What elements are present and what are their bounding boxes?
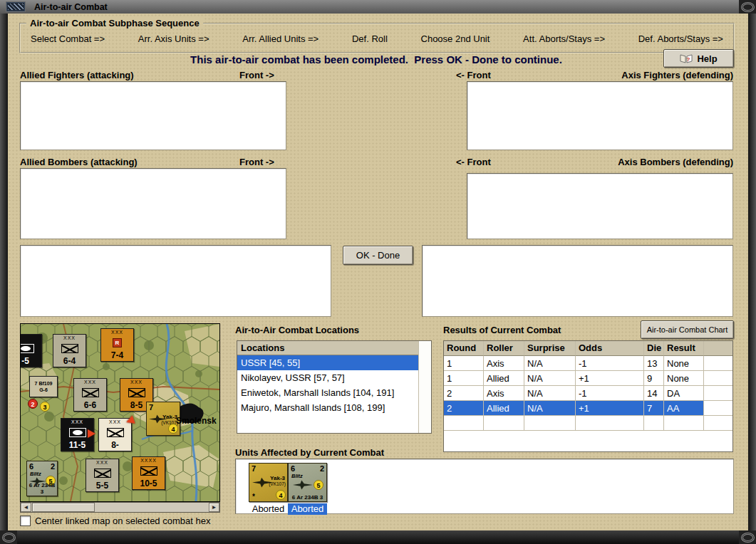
step-arr-axis-units: Arr. Axis Units => — [138, 33, 209, 44]
results-row-empty — [444, 416, 732, 431]
locations-title: Air-to-Air Combat Locations — [235, 325, 359, 335]
location-item[interactable]: USSR [45, 55] — [237, 355, 418, 370]
axis-bomber-front-label: <- Front — [456, 157, 491, 167]
allied-bomber-front-label: Front -> — [239, 157, 274, 167]
results-title: Results of Current Combat — [443, 325, 561, 335]
combat-value: 6-4 — [63, 357, 76, 365]
selection-arrow-icon — [88, 429, 95, 438]
infantry-symbol — [140, 466, 157, 476]
air-rating-badge: 3 — [40, 402, 50, 412]
axis-fighters-list[interactable] — [467, 81, 733, 150]
axis-bombers-list[interactable] — [467, 173, 733, 239]
map-counter-6-6[interactable]: XXX 6-6 — [73, 378, 107, 412]
app-icon — [6, 1, 26, 12]
air-rating-badge: 5 — [314, 480, 323, 490]
window-ornament-bottom-right — [739, 530, 756, 544]
ok-done-button[interactable]: OK - Done — [343, 246, 413, 265]
locations-scrollbar[interactable] — [418, 341, 431, 433]
unit-counter-yak3[interactable]: 7 Yak-3 (VK107) * 4 — [249, 463, 288, 502]
map-counter-bf109[interactable]: 7 Bf109 G-6 — [29, 376, 58, 397]
unit-size-label: XXX — [96, 461, 108, 465]
step-choose-2nd-unit: Choose 2nd Unit — [421, 33, 490, 44]
allied-bombers-list[interactable] — [20, 168, 286, 239]
map-counter-7-4[interactable]: XXX R 7-4 — [100, 328, 134, 362]
locations-list[interactable]: Locations USSR [45, 55] Nikolayev, USSR … — [237, 340, 432, 434]
col-die: Die — [644, 341, 664, 356]
col-roller: Roller — [484, 341, 524, 356]
unit-size-label: XXX — [63, 336, 76, 340]
combat-chart-button[interactable]: Air-to-air Combat Chart — [641, 320, 734, 339]
combat-value: 7-4 — [111, 351, 123, 360]
map-counter-black-army[interactable]: -5 — [20, 334, 42, 367]
help-button[interactable]: ? Help — [663, 49, 734, 68]
status-message: This air-to-air combat has been complete… — [8, 53, 745, 66]
title-bar[interactable]: Air-to-air Combat — [0, 0, 739, 14]
dialog-content: Air-to-air Combat Subphase Sequence Sele… — [8, 14, 748, 530]
step-arr-allied-units: Arr. Allied Units => — [242, 33, 319, 44]
window-frame-left — [0, 14, 8, 530]
mini-map[interactable]: -5 XXX 6-4 XXX R 7-4 7 Bf109 G-6 2 3 XXX… — [20, 323, 220, 502]
location-item[interactable]: Nikolayev, USSR [57, 57] — [237, 370, 418, 385]
air-unit-line2: G-6 — [39, 387, 48, 392]
combat-value: 10-5 — [140, 479, 157, 488]
unit-counter-ar234[interactable]: 6 2 Blitz 5 6 Ar 234B 3 — [288, 463, 327, 502]
unit-size-label: XXX — [84, 380, 96, 385]
window-frame-right — [748, 14, 756, 530]
results-row-selected[interactable]: 2 Allied N/A +1 7 AA — [444, 401, 732, 416]
center-map-checkbox[interactable] — [20, 516, 31, 526]
window-ornament-bottom-left — [0, 530, 17, 544]
results-table[interactable]: Round Roller Surprise Odds Die Result 1 … — [443, 340, 733, 452]
units-title: Units Affected by Current Combat — [235, 447, 384, 458]
help-label: Help — [697, 53, 717, 64]
window-frame-bottom — [17, 530, 739, 544]
scroll-left-icon[interactable]: ◄ — [21, 503, 31, 512]
map-counter-yak3[interactable]: 7 Yak-3 (VK107) 4 — [146, 402, 180, 436]
unit-size-label: XXX — [71, 420, 83, 424]
infantry-symbol — [61, 344, 78, 353]
axis-combat-log-panel[interactable] — [422, 245, 733, 317]
allied-fighters-label: Allied Fighters (attacking) — [20, 70, 134, 80]
map-counter-10-5[interactable]: XXXX 10-5 — [132, 456, 165, 490]
infantry-symbol — [107, 428, 124, 437]
infantry-symbol — [94, 469, 111, 478]
scroll-right-icon[interactable]: ► — [209, 503, 219, 512]
air-rating-badge: 2 — [28, 399, 38, 409]
map-counter-5-5[interactable]: XXX 5-5 — [86, 459, 119, 492]
map-counter-ar234[interactable]: 6 2 Blitz 5 6 Ar 234B 3 — [26, 461, 58, 496]
location-item[interactable]: Eniwetok, Marshall Islands [104, 191] — [237, 385, 418, 400]
armor-symbol — [20, 344, 34, 353]
axis-fighters-label: Axis Fighters (defending) — [621, 70, 733, 80]
reserve-badge: R — [113, 338, 122, 347]
map-city-label: Smolensk — [176, 416, 217, 426]
unit-status: Aborted — [249, 503, 288, 515]
units-affected-box[interactable]: 7 Yak-3 (VK107) * 4 Aborted 6 2 Blitz 5 … — [235, 459, 734, 514]
svg-text:?: ? — [687, 56, 690, 63]
allied-fighters-list[interactable] — [20, 81, 286, 150]
results-row[interactable]: 1 Allied N/A +1 9 None — [444, 371, 732, 386]
unit-status-selected: Aborted — [288, 503, 327, 515]
locations-header: Locations — [237, 341, 418, 355]
unit-size-label: XXX — [109, 420, 121, 424]
combat-value: 8- — [111, 441, 119, 449]
combat-value: 6-6 — [84, 401, 96, 409]
combat-value: -5 — [21, 357, 29, 365]
unit-size-label: XXX — [111, 330, 123, 335]
map-counter-6-4[interactable]: XXX 6-4 — [53, 334, 86, 367]
center-map-checkbox-label: Center linked map on selected combat hex — [35, 516, 210, 526]
allied-combat-log-panel[interactable] — [20, 245, 331, 317]
air-rating-badge: 4 — [276, 490, 286, 500]
bomber-plane-icon — [292, 480, 314, 490]
window-title: Air-to-air Combat — [34, 2, 108, 12]
results-row[interactable]: 1 Axis N/A -1 13 None — [444, 356, 732, 371]
results-header-row: Round Roller Surprise Odds Die Result — [444, 341, 732, 356]
axis-front-label: <- Front — [456, 70, 491, 80]
map-scrollbar-thumb[interactable] — [32, 503, 95, 512]
help-book-icon: ? — [680, 53, 693, 63]
col-odds: Odds — [576, 341, 644, 356]
map-horizontal-scrollbar[interactable]: ◄ ► — [20, 502, 220, 513]
unit-size-label: XXXX — [140, 459, 157, 463]
location-item[interactable]: Majuro, Marshall Islands [108, 199] — [237, 400, 418, 415]
combat-value: 5-5 — [96, 481, 108, 490]
step-def-aborts-stays: Def. Aborts/Stays => — [638, 33, 723, 44]
results-row[interactable]: 2 Axis N/A -1 14 DA — [444, 386, 732, 401]
